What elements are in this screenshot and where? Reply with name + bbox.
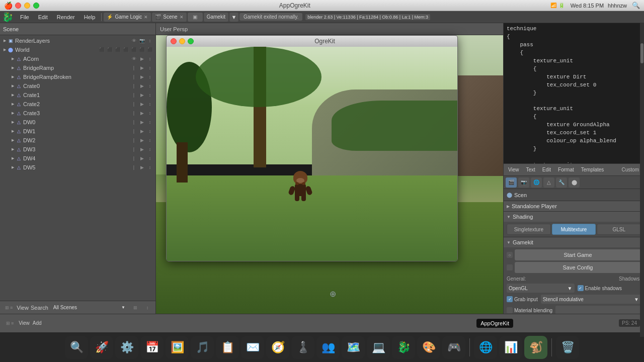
scene-item[interactable]: ▶ △ Crate1 | ▶ ↕ bbox=[0, 90, 155, 100]
game-logic-close[interactable]: ✕ bbox=[144, 15, 148, 20]
save-checkbox[interactable] bbox=[507, 264, 513, 270]
singletexture-btn[interactable]: Singletexture bbox=[507, 224, 551, 235]
visibility-icon[interactable]: | bbox=[130, 73, 137, 80]
grab-input-checkbox[interactable]: ✓ bbox=[507, 296, 513, 302]
shading-header[interactable]: ▼ Shading bbox=[504, 212, 644, 222]
dock-safari[interactable]: 🧭 bbox=[266, 336, 289, 359]
world-icon-btn[interactable]: 🌐 bbox=[531, 177, 542, 188]
grid-icon[interactable]: ⊞ bbox=[6, 321, 10, 326]
move-icon[interactable]: ↕ bbox=[146, 92, 153, 99]
scene-outliner[interactable]: ▶ ▣ RenderLayers 👁 📷 ↕ ▶ ⬤ World ⬛⬛⬛⬛⬛⬛⬛ bbox=[0, 35, 155, 301]
modifier-icon-btn[interactable]: 🔧 bbox=[556, 177, 567, 188]
list-icon[interactable]: ≡ bbox=[10, 305, 13, 310]
scene-tab[interactable]: 🎬 Scene ✕ bbox=[152, 13, 186, 22]
expand-icon[interactable]: ▶ bbox=[10, 102, 15, 107]
visibility-icon[interactable]: ⬛ bbox=[122, 46, 129, 53]
opengl-dropdown[interactable]: OpenGL ▼ bbox=[507, 284, 575, 293]
scene-item[interactable]: ▶ △ BridgeRampBroken | ▶ ↕ bbox=[0, 72, 155, 81]
visibility-icon[interactable]: ⬛ bbox=[130, 46, 137, 53]
visibility-icon[interactable]: | bbox=[130, 155, 137, 162]
stencil-dropdown[interactable]: Stencil modulative ▼ bbox=[541, 295, 641, 304]
visibility-icon[interactable]: 👁 bbox=[130, 55, 137, 62]
file-menu[interactable]: File bbox=[16, 13, 33, 21]
code-editor[interactable]: technique { pass { texture_unit { textur… bbox=[504, 23, 644, 164]
dock-reminders[interactable]: 📋 bbox=[216, 336, 239, 359]
dock-mail[interactable]: ✉️ bbox=[241, 336, 264, 359]
move-icon[interactable]: ↕ bbox=[146, 110, 153, 117]
grid-icon[interactable]: ⊞ bbox=[5, 305, 9, 310]
scene-item[interactable]: ▶ △ DW5 | ▶ ↕ bbox=[0, 163, 155, 172]
scene-item[interactable]: ▶ △ DW4 | ▶ ↕ bbox=[0, 154, 155, 163]
edit-menu-btn[interactable]: Edit bbox=[540, 166, 553, 173]
scene-item[interactable]: ▶ △ DW2 | ▶ ↕ bbox=[0, 136, 155, 145]
expand-icon[interactable]: ▶ bbox=[2, 47, 7, 52]
render-icon[interactable]: ▶ bbox=[138, 146, 145, 153]
visibility-icon[interactable]: | bbox=[130, 128, 137, 135]
move-icon[interactable]: ↕ bbox=[146, 137, 153, 144]
dock-maps[interactable]: 🗺️ bbox=[342, 336, 365, 359]
dock-network[interactable]: 🌐 bbox=[474, 336, 497, 359]
start-game-btn[interactable]: Start Game bbox=[515, 249, 641, 260]
expand-icon[interactable]: ▶ bbox=[10, 129, 15, 134]
expand-icon[interactable]: ▶ bbox=[10, 93, 15, 98]
custom-btn[interactable]: Custom bbox=[619, 166, 642, 173]
search-icon[interactable]: 🔍 bbox=[632, 2, 640, 9]
move-icon[interactable]: ↕ bbox=[146, 128, 153, 135]
game-logic-tab[interactable]: ⚡ Game Logic ✕ bbox=[104, 13, 151, 22]
move-icon[interactable]: ↕ bbox=[146, 73, 153, 80]
scrollbar[interactable] bbox=[640, 23, 644, 314]
render-icon[interactable]: ▶ bbox=[138, 64, 145, 71]
scene-item[interactable]: ▶ △ Crate3 | ▶ ↕ bbox=[0, 109, 155, 118]
render-icon[interactable]: ▶ bbox=[138, 92, 145, 99]
scene-item[interactable]: ▶ △ Crate2 | ▶ ↕ bbox=[0, 100, 155, 109]
dock-chess[interactable]: ♟️ bbox=[291, 336, 314, 359]
visibility-icon[interactable]: ⬛ bbox=[138, 46, 145, 53]
settings-icon[interactable]: ↕ bbox=[142, 303, 152, 312]
scrollbar-thumb[interactable] bbox=[640, 43, 643, 63]
render-icon[interactable]: ▶ bbox=[138, 82, 145, 89]
visibility-icon[interactable]: | bbox=[130, 110, 137, 117]
dock-calendar[interactable]: 📅 bbox=[140, 336, 164, 359]
visibility-icon[interactable]: | bbox=[130, 64, 137, 71]
edit-menu[interactable]: Edit bbox=[34, 13, 52, 21]
gamekit-dropdown[interactable]: ▼ bbox=[229, 13, 238, 22]
render-menu[interactable]: Render bbox=[53, 13, 79, 21]
scene-icon-btn[interactable]: 🎬 bbox=[506, 177, 517, 188]
multitexture-btn[interactable]: Multitexture bbox=[552, 224, 596, 235]
render-icon[interactable]: ▶ bbox=[138, 55, 145, 62]
render-icon[interactable]: ▶ bbox=[138, 101, 145, 108]
shadows-checkbox[interactable]: ✓ bbox=[578, 285, 584, 291]
visibility-icon[interactable]: | bbox=[130, 164, 137, 171]
visibility-icon[interactable]: ⬛ bbox=[106, 46, 113, 53]
ogrekit-max[interactable] bbox=[188, 38, 194, 44]
visibility-icon[interactable]: | bbox=[130, 92, 137, 99]
gamekit-checkbox[interactable]: ○ bbox=[507, 252, 513, 258]
expand-icon[interactable]: ▶ bbox=[10, 65, 15, 70]
scene-name[interactable]: Scen bbox=[514, 192, 527, 198]
dock-trash[interactable]: 🗑️ bbox=[556, 336, 579, 359]
text-menu-btn[interactable]: Text bbox=[524, 166, 538, 173]
scene-close[interactable]: ✕ bbox=[180, 15, 184, 20]
list-icon[interactable]: ≡ bbox=[11, 321, 14, 326]
move-icon[interactable]: ↕ bbox=[146, 146, 153, 153]
viewport-container[interactable]: User Persp bbox=[156, 23, 503, 314]
visibility-icon[interactable]: ⬛ bbox=[98, 46, 105, 53]
scene-item[interactable]: ▶ ⬤ World ⬛⬛⬛⬛⬛⬛⬛ bbox=[0, 45, 155, 54]
render-icon-btn[interactable]: 📷 bbox=[518, 177, 529, 188]
scene-item[interactable]: ▶ △ DW0 | ▶ ↕ bbox=[0, 118, 155, 127]
view-button[interactable]: View bbox=[17, 305, 29, 311]
visibility-icon[interactable]: | bbox=[130, 119, 137, 126]
maximize-button[interactable] bbox=[33, 3, 39, 9]
ogrekit-min[interactable] bbox=[179, 38, 185, 44]
ogrekit-close[interactable] bbox=[171, 38, 177, 44]
search-button[interactable]: Search bbox=[31, 305, 48, 311]
dock-music[interactable]: 🎵 bbox=[191, 336, 214, 359]
expand-icon[interactable]: ▶ bbox=[10, 147, 15, 152]
close-button[interactable] bbox=[15, 3, 21, 9]
move-icon[interactable]: ↕ bbox=[146, 155, 153, 162]
dock-indie[interactable]: 🎮 bbox=[442, 336, 465, 359]
apple-menu[interactable]: 🍎 bbox=[4, 2, 12, 10]
visibility-icon[interactable]: | bbox=[130, 101, 137, 108]
render-icon[interactable]: ▶ bbox=[138, 73, 145, 80]
format-menu-btn[interactable]: Format bbox=[555, 166, 577, 173]
